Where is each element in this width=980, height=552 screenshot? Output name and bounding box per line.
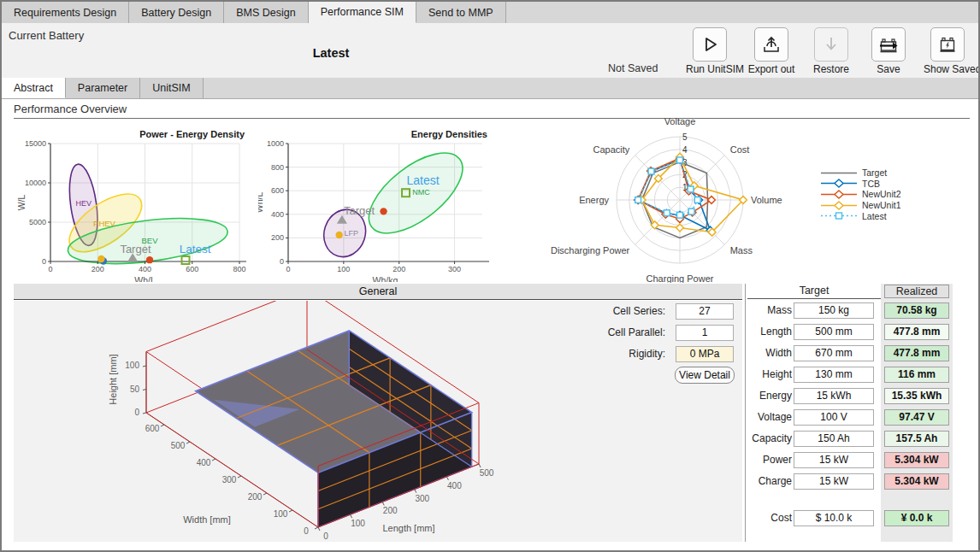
svg-text:600: 600 [186,265,198,273]
result-label-width: Width [744,345,792,361]
subtab-unitsim[interactable]: UnitSIM [140,78,203,98]
toolbar-button-label: Show Saved [924,63,971,75]
svg-text:300: 300 [415,494,429,503]
svg-text:0: 0 [280,257,284,266]
svg-text:500: 500 [171,441,186,450]
run-unitsim-button[interactable]: Run UnitSIM [686,27,734,75]
svg-text:Target: Target [120,243,151,255]
legend-item-newunit1: NewUnit1 [819,200,901,211]
svg-text:100: 100 [125,361,139,370]
toolbar-button-label: Save [865,63,912,75]
svg-text:Height [mm]: Height [mm] [108,354,118,404]
realized-field-power: 5.304 kW [884,452,949,468]
toolbar-button-label: Export out [747,63,795,75]
tab-send-to-mmp[interactable]: Send to MMP [416,2,506,23]
svg-text:0: 0 [48,265,52,273]
realized-field-voltage: 97.47 V [884,409,949,426]
realized-field-length: 477.8 mm [884,324,949,340]
svg-text:0: 0 [134,408,139,417]
svg-text:Wh/L: Wh/L [258,192,264,214]
save-button[interactable]: Save [865,27,912,75]
target-field-length[interactable]: 500 mm [794,324,874,340]
legend-item-target: Target [819,167,901,179]
rigidityfield[interactable]: 0 MPa [676,346,734,362]
realized-field-width: 477.8 mm [884,345,949,361]
cell-parallelfield[interactable]: 1 [676,325,734,341]
result-label-height: Height [744,367,792,383]
tab-performance-sim[interactable]: Performance SIM [309,2,416,23]
svg-text:Voltage: Voltage [664,116,696,126]
general-panel-title: General [14,284,742,300]
target-column-header: Target [747,285,881,297]
view-detail-button[interactable]: View Detail [675,367,735,384]
tab-requirements-design[interactable]: Requirements Design [2,2,129,23]
target-field-width[interactable]: 670 mm [794,345,874,361]
legend-item-tcb: TCB [819,179,901,190]
export-out-button[interactable]: Export out [747,27,795,75]
toolbar-button-label: Restore [807,63,855,75]
svg-text:300: 300 [222,475,237,484]
target-field-power[interactable]: 15 kW [794,452,874,468]
performance-divider [14,118,970,119]
subtab-parameter[interactable]: Parameter [66,78,140,98]
svg-text:10000: 10000 [25,179,46,187]
svg-text:600: 600 [145,424,160,433]
target-field-voltage[interactable]: 100 V [794,409,874,426]
target-field-height[interactable]: 130 mm [794,367,874,383]
power-energy-density-chart[interactable]: 0200400600800050001000015000HEVPHEVBEVTa… [10,120,263,282]
target-field-charge[interactable]: 15 kW [794,473,874,490]
svg-text:Length [mm]: Length [mm] [382,523,434,533]
svg-text:400: 400 [197,458,211,467]
radar-chart[interactable]: 12345VoltageCostVolumeMassCharging Power… [528,115,818,283]
tab-battery-design[interactable]: Battery Design [129,2,224,23]
svg-text:100: 100 [274,509,288,519]
header-toolbar: Current Battery Latest Not Saved Run Uni… [2,23,978,78]
target-field-energy[interactable]: 15 kWh [794,388,874,404]
svg-text:200: 200 [271,233,284,242]
export-icon [754,27,788,62]
show-saved-button[interactable]: Show Saved [924,27,971,75]
target-field-cost[interactable]: $ 10.0 k [794,510,874,526]
svg-text:200: 200 [92,265,104,273]
cell-serieslabel: Cell Series: [613,303,665,320]
target-field-capacity[interactable]: 150 Ah [794,431,874,447]
svg-text:1000: 1000 [267,139,284,148]
save-status-text: Not Saved [608,62,658,74]
svg-text:Cost: Cost [730,144,750,155]
svg-text:5: 5 [682,132,688,142]
svg-text:Volume: Volume [751,195,782,205]
save-battery-icon [871,27,906,62]
svg-text:Energy Densities: Energy Densities [411,129,487,139]
target-field-mass[interactable]: 150 kg [794,302,874,319]
tab-bms-design[interactable]: BMS Design [224,2,308,23]
svg-text:Energy: Energy [579,195,609,205]
energy-densities-chart[interactable]: 010020030002004006008001000LFPNMCTargetL… [258,120,498,282]
realized-field-height: 116 mm [884,367,949,383]
show-saved-battery-icon [930,27,965,62]
cell-seriesfield[interactable]: 27 [676,303,734,320]
svg-text:800: 800 [233,265,245,273]
realized-field-capacity: 157.5 Ah [884,431,949,447]
svg-text:Width [mm]: Width [mm] [183,514,231,525]
realized-field-energy: 15.35 kWh [884,388,949,404]
svg-text:200: 200 [248,492,263,502]
restore-button[interactable]: Restore [807,27,855,75]
svg-text:15000: 15000 [25,139,46,148]
svg-text:5000: 5000 [29,218,46,226]
svg-text:800: 800 [271,163,284,172]
rigiditylabel: Rigidity: [629,346,665,362]
svg-text:200: 200 [393,265,405,273]
svg-text:Latest: Latest [180,243,211,255]
legend-item-newunit2: NewUnit2 [819,189,901,200]
result-label-mass: Mass [744,302,792,319]
svg-text:W/L: W/L [16,195,27,211]
performance-sim-window: Requirements DesignBattery DesignBMS Des… [0,0,980,552]
svg-text:500: 500 [480,468,494,478]
svg-text:Power - Energy Density: Power - Energy Density [139,129,245,139]
legend-label: NewUnit1 [862,200,901,210]
radar-legend: TargetTCBNewUnit2NewUnit1Latest [819,167,901,221]
svg-text:Capacity: Capacity [593,144,630,155]
result-label-power: Power [744,452,792,468]
svg-text:0: 0 [42,257,46,266]
subtab-abstract[interactable]: Abstract [2,78,66,98]
